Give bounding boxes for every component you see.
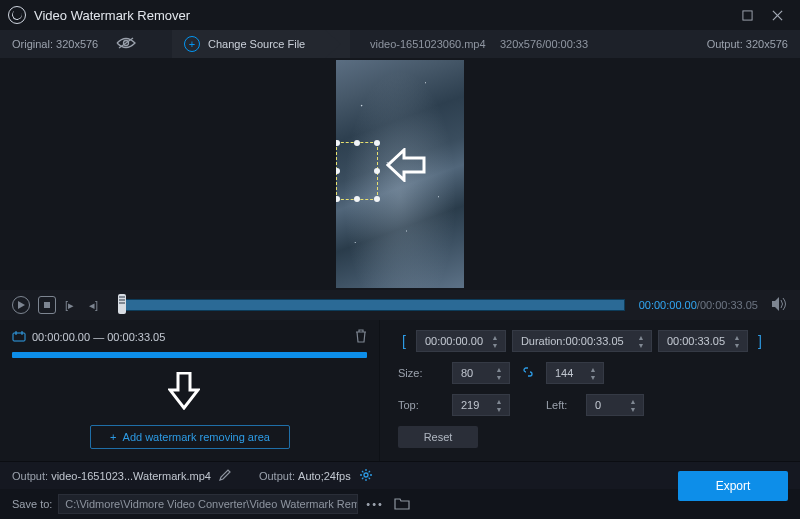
range-end-input[interactable]: 00:00:33.05▲▼	[658, 330, 748, 352]
link-aspect-icon[interactable]	[522, 366, 534, 380]
segment-icon	[12, 330, 26, 344]
save-to-label: Save to:	[12, 498, 52, 510]
output-settings-button[interactable]	[359, 468, 373, 484]
spin-down-icon[interactable]: ▼	[489, 341, 501, 349]
time-display: 00:00:00.00/00:00:33.05	[639, 299, 758, 311]
add-watermark-area-button[interactable]: + Add watermark removing area	[90, 425, 290, 449]
svg-text:[▸: [▸	[65, 299, 74, 311]
pos-top-input[interactable]: 219▲▼	[452, 394, 510, 416]
spin-up-icon[interactable]: ▲	[635, 333, 647, 341]
spin-down-icon[interactable]: ▼	[587, 373, 599, 381]
export-button[interactable]: Export	[678, 471, 788, 501]
size-width-input[interactable]: 80▲▼	[452, 362, 510, 384]
spin-up-icon[interactable]: ▲	[493, 365, 505, 373]
svg-marker-5	[18, 301, 25, 309]
svg-text:◂]: ◂]	[89, 299, 98, 311]
watermark-selection-box[interactable]	[336, 142, 378, 200]
segment-row[interactable]: 00:00:00.00 — 00:00:33.05	[12, 328, 367, 346]
svg-marker-9	[772, 297, 779, 311]
spin-up-icon[interactable]: ▲	[489, 333, 501, 341]
title-bar: Video Watermark Remover	[0, 0, 800, 30]
spin-down-icon[interactable]: ▼	[493, 405, 505, 413]
pos-left-input[interactable]: 0▲▼	[586, 394, 644, 416]
top-label: Top:	[398, 399, 446, 411]
playback-bar: [▸ ◂] 00:00:00.00/00:00:33.05	[0, 290, 800, 320]
segment-range-bar[interactable]	[12, 352, 367, 358]
resize-handle-w[interactable]	[336, 168, 340, 174]
edit-output-name-button[interactable]	[219, 469, 231, 483]
segment-sep: —	[93, 331, 104, 343]
svg-point-13	[364, 473, 368, 477]
svg-rect-10	[13, 333, 25, 341]
resize-handle-s[interactable]	[354, 196, 360, 202]
spin-down-icon[interactable]: ▼	[627, 405, 639, 413]
source-filename: video-1651023060.mp4	[370, 38, 486, 50]
output-format-value: Auto;24fps	[298, 470, 351, 482]
reset-button[interactable]: Reset	[398, 426, 478, 448]
minimize-button[interactable]	[732, 0, 762, 30]
size-height-input[interactable]: 144▲▼	[546, 362, 604, 384]
change-source-label: Change Source File	[208, 38, 305, 50]
range-duration-input[interactable]: Duration:00:00:33.05▲▼	[512, 330, 652, 352]
video-preview[interactable]	[0, 58, 800, 290]
range-start-bracket-button[interactable]: [	[398, 333, 410, 349]
resize-handle-e[interactable]	[374, 168, 380, 174]
info-bar: Original: 320x576 + Change Source File v…	[0, 30, 800, 58]
segment-start: 00:00:00.00	[32, 331, 90, 343]
output-file-name: video-1651023...Watermark.mp4	[51, 470, 211, 482]
play-button[interactable]	[12, 296, 30, 314]
volume-icon[interactable]	[772, 297, 788, 313]
plus-circle-icon: +	[184, 36, 200, 52]
resize-handle-nw[interactable]	[336, 140, 340, 146]
preview-toggle-icon[interactable]	[116, 36, 136, 52]
spin-up-icon[interactable]: ▲	[587, 365, 599, 373]
spin-up-icon[interactable]: ▲	[731, 333, 743, 341]
seek-playhead[interactable]	[118, 294, 126, 314]
left-label: Left:	[546, 399, 580, 411]
svg-rect-6	[44, 302, 50, 308]
change-source-button[interactable]: + Change Source File	[172, 30, 350, 58]
spin-up-icon[interactable]: ▲	[493, 397, 505, 405]
add-watermark-label: Add watermark removing area	[123, 431, 270, 443]
app-title: Video Watermark Remover	[34, 8, 732, 23]
original-dims: Original: 320x576	[12, 38, 98, 50]
range-end-bracket-button[interactable]: ]	[754, 333, 766, 349]
close-button[interactable]	[762, 0, 792, 30]
resize-handle-n[interactable]	[354, 140, 360, 146]
seek-track[interactable]	[118, 298, 625, 312]
svg-rect-0	[742, 10, 751, 19]
browse-path-button[interactable]: •••	[366, 498, 384, 510]
output-format-label: Output:	[259, 470, 295, 482]
source-dims-duration: 320x576/00:00:33	[500, 38, 588, 50]
segments-panel: 00:00:00.00 — 00:00:33.05 + Add watermar…	[0, 320, 380, 461]
spin-down-icon[interactable]: ▼	[731, 341, 743, 349]
segment-end: 00:00:33.05	[107, 331, 165, 343]
settings-panels: 00:00:00.00 — 00:00:33.05 + Add watermar…	[0, 320, 800, 461]
resize-handle-ne[interactable]	[374, 140, 380, 146]
resize-handle-se[interactable]	[374, 196, 380, 202]
range-start-input[interactable]: 00:00:00.00▲▼	[416, 330, 506, 352]
plus-icon: +	[110, 431, 116, 443]
set-end-button[interactable]: ◂]	[88, 296, 104, 314]
open-folder-button[interactable]	[394, 497, 410, 512]
app-logo-icon	[8, 6, 26, 24]
delete-segment-button[interactable]	[355, 329, 367, 345]
spin-down-icon[interactable]: ▼	[493, 373, 505, 381]
save-path-input[interactable]: C:\Vidmore\Vidmore Video Converter\Video…	[58, 494, 358, 514]
output-file-label: Output:	[12, 470, 48, 482]
properties-panel: [ 00:00:00.00▲▼ Duration:00:00:33.05▲▼ 0…	[380, 320, 800, 461]
resize-handle-sw[interactable]	[336, 196, 340, 202]
size-label: Size:	[398, 367, 446, 379]
annotation-arrow-down-icon	[168, 372, 200, 412]
spin-down-icon[interactable]: ▼	[635, 341, 647, 349]
stop-button[interactable]	[38, 296, 56, 314]
output-dims: Output: 320x576	[707, 38, 788, 50]
annotation-arrow-left-icon	[386, 148, 426, 184]
set-start-button[interactable]: [▸	[64, 296, 80, 314]
spin-up-icon[interactable]: ▲	[627, 397, 639, 405]
